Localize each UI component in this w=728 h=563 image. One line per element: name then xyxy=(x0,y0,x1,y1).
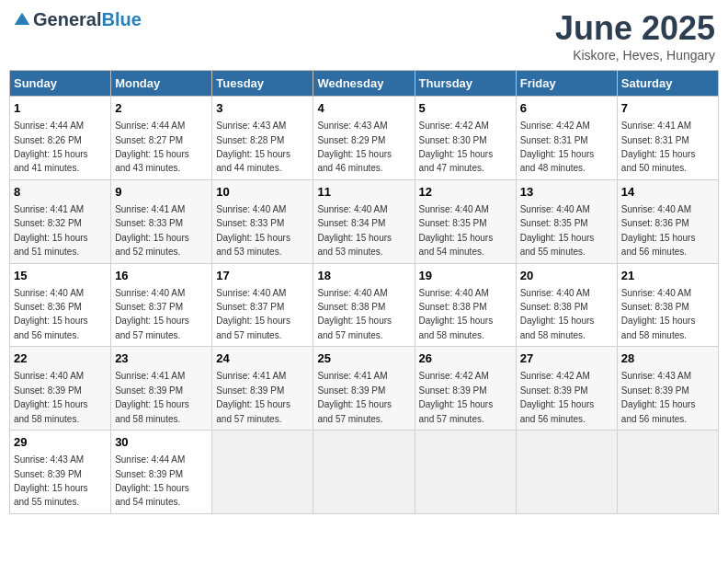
table-row: 17 Sunrise: 4:40 AMSunset: 8:37 PMDaylig… xyxy=(212,263,313,347)
day-number: 11 xyxy=(317,184,410,201)
table-row: 2 Sunrise: 4:44 AMSunset: 8:27 PMDayligh… xyxy=(111,97,212,180)
table-row: 3 Sunrise: 4:43 AMSunset: 8:28 PMDayligh… xyxy=(212,97,313,180)
day-info: Sunrise: 4:43 AMSunset: 8:39 PMDaylight:… xyxy=(14,454,88,507)
svg-marker-0 xyxy=(15,12,30,24)
day-info: Sunrise: 4:41 AMSunset: 8:39 PMDaylight:… xyxy=(216,371,290,423)
calendar-week-row: 8 Sunrise: 4:41 AMSunset: 8:32 PMDayligh… xyxy=(10,179,719,263)
table-row: 8 Sunrise: 4:41 AMSunset: 8:32 PMDayligh… xyxy=(10,179,111,263)
table-row: 22 Sunrise: 4:40 AMSunset: 8:39 PMDaylig… xyxy=(10,347,111,431)
day-info: Sunrise: 4:40 AMSunset: 8:37 PMDaylight:… xyxy=(115,288,189,340)
table-row: 23 Sunrise: 4:41 AMSunset: 8:39 PMDaylig… xyxy=(111,347,212,431)
day-number: 12 xyxy=(419,184,512,201)
table-row: 11 Sunrise: 4:40 AMSunset: 8:34 PMDaylig… xyxy=(313,179,415,263)
day-number: 23 xyxy=(115,350,208,367)
day-number: 21 xyxy=(621,268,714,284)
table-row: 7 Sunrise: 4:41 AMSunset: 8:31 PMDayligh… xyxy=(617,97,718,180)
day-info: Sunrise: 4:44 AMSunset: 8:27 PMDaylight:… xyxy=(115,121,189,173)
day-info: Sunrise: 4:40 AMSunset: 8:35 PMDaylight:… xyxy=(419,204,494,257)
day-info: Sunrise: 4:44 AMSunset: 8:26 PMDaylight:… xyxy=(14,121,88,173)
day-number: 5 xyxy=(419,100,512,117)
day-info: Sunrise: 4:40 AMSunset: 8:37 PMDaylight:… xyxy=(216,288,290,340)
table-row: 14 Sunrise: 4:40 AMSunset: 8:36 PMDaylig… xyxy=(617,179,718,263)
weekday-header-row: Sunday Monday Tuesday Wednesday Thursday… xyxy=(10,71,719,97)
day-info: Sunrise: 4:40 AMSunset: 8:38 PMDaylight:… xyxy=(317,288,392,340)
table-row: 4 Sunrise: 4:43 AMSunset: 8:29 PMDayligh… xyxy=(313,97,415,180)
day-info: Sunrise: 4:41 AMSunset: 8:33 PMDaylight:… xyxy=(115,204,189,257)
table-row: 6 Sunrise: 4:42 AMSunset: 8:31 PMDayligh… xyxy=(516,97,617,180)
table-row: 30 Sunrise: 4:44 AMSunset: 8:39 PMDaylig… xyxy=(111,431,212,514)
day-number: 20 xyxy=(520,268,613,284)
day-info: Sunrise: 4:42 AMSunset: 8:39 PMDaylight:… xyxy=(419,371,494,423)
calendar-table: Sunday Monday Tuesday Wednesday Thursday… xyxy=(9,70,719,514)
table-row: 24 Sunrise: 4:41 AMSunset: 8:39 PMDaylig… xyxy=(212,347,313,431)
day-info: Sunrise: 4:42 AMSunset: 8:39 PMDaylight:… xyxy=(520,371,595,423)
main-title: June 2025 xyxy=(555,9,715,48)
day-number: 29 xyxy=(14,434,107,451)
day-number: 3 xyxy=(216,100,309,117)
day-number: 9 xyxy=(115,184,208,201)
calendar-week-row: 29 Sunrise: 4:43 AMSunset: 8:39 PMDaylig… xyxy=(10,431,719,514)
day-info: Sunrise: 4:43 AMSunset: 8:39 PMDaylight:… xyxy=(621,371,696,423)
table-row: 26 Sunrise: 4:42 AMSunset: 8:39 PMDaylig… xyxy=(415,347,516,431)
day-number: 19 xyxy=(419,268,512,284)
page-header: GeneralBlue June 2025 Kiskore, Heves, Hu… xyxy=(9,9,719,63)
day-number: 2 xyxy=(115,100,208,117)
empty-cell xyxy=(415,431,516,514)
day-number: 17 xyxy=(216,268,309,284)
table-row: 1 Sunrise: 4:44 AMSunset: 8:26 PMDayligh… xyxy=(10,97,111,180)
logo-icon xyxy=(13,11,31,29)
table-row: 20 Sunrise: 4:40 AMSunset: 8:38 PMDaylig… xyxy=(516,263,617,347)
day-info: Sunrise: 4:40 AMSunset: 8:34 PMDaylight:… xyxy=(317,204,392,257)
day-number: 16 xyxy=(115,268,208,284)
table-row: 19 Sunrise: 4:40 AMSunset: 8:38 PMDaylig… xyxy=(415,263,516,347)
day-info: Sunrise: 4:40 AMSunset: 8:39 PMDaylight:… xyxy=(14,371,88,423)
day-number: 14 xyxy=(621,184,714,201)
day-number: 28 xyxy=(621,350,714,367)
table-row: 18 Sunrise: 4:40 AMSunset: 8:38 PMDaylig… xyxy=(313,263,415,347)
day-info: Sunrise: 4:44 AMSunset: 8:39 PMDaylight:… xyxy=(115,454,189,507)
calendar-week-row: 22 Sunrise: 4:40 AMSunset: 8:39 PMDaylig… xyxy=(10,347,719,431)
title-block: June 2025 Kiskore, Heves, Hungary xyxy=(555,9,715,63)
day-number: 10 xyxy=(216,184,309,201)
col-tuesday: Tuesday xyxy=(212,71,313,97)
table-row: 21 Sunrise: 4:40 AMSunset: 8:38 PMDaylig… xyxy=(617,263,718,347)
table-row: 28 Sunrise: 4:43 AMSunset: 8:39 PMDaylig… xyxy=(617,347,718,431)
day-number: 15 xyxy=(14,268,107,284)
empty-cell xyxy=(313,431,415,514)
table-row: 16 Sunrise: 4:40 AMSunset: 8:37 PMDaylig… xyxy=(111,263,212,347)
day-number: 8 xyxy=(14,184,107,201)
day-info: Sunrise: 4:43 AMSunset: 8:29 PMDaylight:… xyxy=(317,121,392,173)
day-number: 30 xyxy=(115,434,208,451)
day-number: 1 xyxy=(14,100,107,117)
day-number: 22 xyxy=(14,350,107,367)
empty-cell xyxy=(617,431,718,514)
table-row: 5 Sunrise: 4:42 AMSunset: 8:30 PMDayligh… xyxy=(415,97,516,180)
day-info: Sunrise: 4:42 AMSunset: 8:30 PMDaylight:… xyxy=(419,121,494,173)
day-info: Sunrise: 4:43 AMSunset: 8:28 PMDaylight:… xyxy=(216,121,290,173)
day-info: Sunrise: 4:40 AMSunset: 8:36 PMDaylight:… xyxy=(14,288,88,340)
day-info: Sunrise: 4:41 AMSunset: 8:32 PMDaylight:… xyxy=(14,204,88,257)
calendar-week-row: 15 Sunrise: 4:40 AMSunset: 8:36 PMDaylig… xyxy=(10,263,719,347)
day-info: Sunrise: 4:40 AMSunset: 8:33 PMDaylight:… xyxy=(216,204,290,257)
col-friday: Friday xyxy=(516,71,617,97)
day-info: Sunrise: 4:40 AMSunset: 8:36 PMDaylight:… xyxy=(621,204,696,257)
day-info: Sunrise: 4:40 AMSunset: 8:35 PMDaylight:… xyxy=(520,204,595,257)
col-saturday: Saturday xyxy=(617,71,718,97)
table-row: 13 Sunrise: 4:40 AMSunset: 8:35 PMDaylig… xyxy=(516,179,617,263)
day-number: 24 xyxy=(216,350,309,367)
day-number: 7 xyxy=(621,100,714,117)
day-info: Sunrise: 4:41 AMSunset: 8:31 PMDaylight:… xyxy=(621,121,696,173)
day-number: 25 xyxy=(317,350,410,367)
day-info: Sunrise: 4:40 AMSunset: 8:38 PMDaylight:… xyxy=(621,288,696,340)
day-number: 27 xyxy=(520,350,613,367)
day-info: Sunrise: 4:41 AMSunset: 8:39 PMDaylight:… xyxy=(115,371,189,423)
table-row: 27 Sunrise: 4:42 AMSunset: 8:39 PMDaylig… xyxy=(516,347,617,431)
table-row: 10 Sunrise: 4:40 AMSunset: 8:33 PMDaylig… xyxy=(212,179,313,263)
logo: GeneralBlue xyxy=(13,9,142,30)
day-info: Sunrise: 4:42 AMSunset: 8:31 PMDaylight:… xyxy=(520,121,595,173)
table-row: 15 Sunrise: 4:40 AMSunset: 8:36 PMDaylig… xyxy=(10,263,111,347)
table-row: 29 Sunrise: 4:43 AMSunset: 8:39 PMDaylig… xyxy=(10,431,111,514)
day-number: 6 xyxy=(520,100,613,117)
empty-cell xyxy=(516,431,617,514)
empty-cell xyxy=(212,431,313,514)
